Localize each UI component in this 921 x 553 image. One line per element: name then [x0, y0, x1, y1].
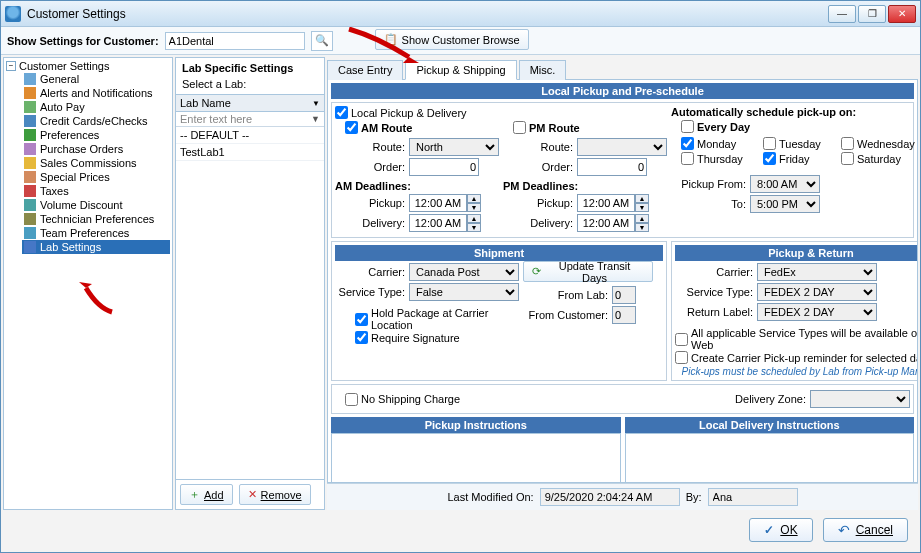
cancel-button[interactable]: ↶Cancel — [823, 518, 908, 542]
pickup-to-select[interactable]: 5:00 PM — [750, 195, 820, 213]
tree-item-sales-commissions[interactable]: Sales Commissions — [22, 156, 170, 170]
tree-item-technician-preferences[interactable]: Technician Preferences — [22, 212, 170, 226]
tree-item-icon — [24, 143, 36, 155]
am-order-input[interactable] — [409, 158, 479, 176]
maximize-button[interactable]: ❐ — [858, 5, 886, 23]
lab-grid[interactable]: Lab Name ▼ Enter text here ▼ -- DEFAULT … — [176, 94, 324, 479]
minimize-button[interactable]: — — [828, 5, 856, 23]
pm-pickup-time[interactable] — [577, 194, 635, 212]
tree-item-alerts-and-notifications[interactable]: Alerts and Notifications — [22, 86, 170, 100]
am-route-checkbox[interactable] — [345, 121, 358, 134]
ok-button[interactable]: ✓OK — [749, 518, 812, 542]
tab-case-entry[interactable]: Case Entry — [327, 60, 403, 80]
lab-row[interactable]: TestLab1 — [176, 144, 324, 161]
pm-delivery-time[interactable] — [577, 214, 635, 232]
hold-package-checkbox[interactable] — [355, 313, 368, 326]
require-sig-checkbox[interactable] — [355, 331, 368, 344]
spin-up-icon[interactable]: ▲ — [467, 214, 481, 223]
browse-icon: 📋 — [384, 33, 398, 46]
spin-up-icon[interactable]: ▲ — [467, 194, 481, 203]
tree-item-credit-cards-echecks[interactable]: Credit Cards/eChecks — [22, 114, 170, 128]
ship-service-select[interactable]: False — [409, 283, 519, 301]
am-pickup-time[interactable] — [409, 194, 467, 212]
tree-item-icon — [24, 115, 36, 127]
web-services-checkbox[interactable] — [675, 333, 688, 346]
spin-down-icon[interactable]: ▼ — [635, 203, 649, 212]
delivery-instructions-textarea[interactable] — [625, 433, 915, 483]
tree-item-icon — [24, 199, 36, 211]
tree-item-auto-pay[interactable]: Auto Pay — [22, 100, 170, 114]
app-icon — [5, 6, 21, 22]
tree-item-icon — [24, 101, 36, 113]
delivery-zone-select[interactable] — [810, 390, 910, 408]
remove-icon: ✕ — [248, 488, 257, 501]
pr-service-select[interactable]: FEDEX 2 DAY — [757, 283, 877, 301]
tree-item-volume-discount[interactable]: Volume Discount — [22, 198, 170, 212]
tree-item-preferences[interactable]: Preferences — [22, 128, 170, 142]
pickup-from-select[interactable]: 8:00 AM — [750, 175, 820, 193]
pm-route-select[interactable] — [577, 138, 667, 156]
lab-row[interactable]: -- DEFAULT -- — [176, 127, 324, 144]
spin-down-icon[interactable]: ▼ — [635, 223, 649, 232]
spin-up-icon[interactable]: ▲ — [635, 214, 649, 223]
tab-misc[interactable]: Misc. — [519, 60, 567, 80]
pm-route-checkbox[interactable] — [513, 121, 526, 134]
tree-item-purchase-orders[interactable]: Purchase Orders — [22, 142, 170, 156]
check-icon: ✓ — [764, 523, 774, 537]
refresh-icon: ⟳ — [532, 265, 541, 278]
every-day-checkbox[interactable] — [681, 120, 694, 133]
spin-down-icon[interactable]: ▼ — [467, 203, 481, 212]
close-button[interactable]: ✕ — [888, 5, 916, 23]
add-lab-button[interactable]: ＋ Add — [180, 484, 233, 505]
customer-input[interactable] — [165, 32, 305, 50]
reminder-checkbox[interactable] — [675, 351, 688, 364]
tree-item-special-prices[interactable]: Special Prices — [22, 170, 170, 184]
no-shipping-charge-checkbox[interactable] — [345, 393, 358, 406]
day-tuesday[interactable]: Tuesday — [763, 137, 827, 150]
tree-collapse-icon[interactable]: − — [6, 61, 16, 71]
pickup-instructions-textarea[interactable] — [331, 433, 621, 483]
from-lab-input[interactable] — [612, 286, 636, 304]
tree-item-icon — [24, 171, 36, 183]
modified-date — [540, 488, 680, 506]
search-icon[interactable]: 🔍 — [311, 31, 333, 51]
lab-list-panel: Lab Specific Settings Select a Lab: Lab … — [175, 57, 325, 510]
local-pickup-checkbox[interactable] — [335, 106, 348, 119]
tree-item-general[interactable]: General — [22, 72, 170, 86]
ship-carrier-select[interactable]: Canada Post — [409, 263, 519, 281]
modified-by — [708, 488, 798, 506]
day-thursday[interactable]: Thursday — [681, 152, 749, 165]
day-monday[interactable]: Monday — [681, 137, 749, 150]
modified-footer: Last Modified On: By: — [327, 483, 918, 510]
tree-item-icon — [24, 185, 36, 197]
tree-item-icon — [24, 157, 36, 169]
tree-item-lab-settings[interactable]: Lab Settings — [22, 240, 170, 254]
tree-item-icon — [24, 241, 36, 253]
tab-bar: Case Entry Pickup & Shipping Misc. — [327, 59, 918, 80]
settings-tree[interactable]: − Customer Settings GeneralAlerts and No… — [3, 57, 173, 510]
tree-item-taxes[interactable]: Taxes — [22, 184, 170, 198]
main-panel: Case Entry Pickup & Shipping Misc. Local… — [327, 57, 918, 510]
filter-icon[interactable]: ▼ — [311, 114, 320, 124]
remove-lab-button[interactable]: ✕ Remove — [239, 484, 311, 505]
am-delivery-time[interactable] — [409, 214, 467, 232]
show-customer-browse-button[interactable]: 📋 Show Customer Browse — [375, 29, 529, 50]
pr-carrier-select[interactable]: FedEx — [757, 263, 877, 281]
day-friday[interactable]: Friday — [763, 152, 827, 165]
pr-return-select[interactable]: FEDEX 2 DAY — [757, 303, 877, 321]
tree-item-icon — [24, 213, 36, 225]
update-transit-button[interactable]: ⟳Update Transit Days — [523, 261, 653, 282]
lab-filter-input[interactable]: Enter text here — [180, 113, 252, 125]
day-saturday[interactable]: Saturday — [841, 152, 918, 165]
from-customer-input[interactable] — [612, 306, 636, 324]
sort-icon[interactable]: ▼ — [312, 99, 320, 108]
tree-item-team-preferences[interactable]: Team Preferences — [22, 226, 170, 240]
spin-down-icon[interactable]: ▼ — [467, 223, 481, 232]
pm-order-input[interactable] — [577, 158, 647, 176]
day-wednesday[interactable]: Wednesday — [841, 137, 918, 150]
customer-settings-window: Customer Settings — ❐ ✕ Show Settings fo… — [0, 0, 921, 553]
am-route-select[interactable]: North — [409, 138, 499, 156]
tree-item-icon — [24, 129, 36, 141]
tab-pickup-shipping[interactable]: Pickup & Shipping — [405, 60, 516, 80]
spin-up-icon[interactable]: ▲ — [635, 194, 649, 203]
